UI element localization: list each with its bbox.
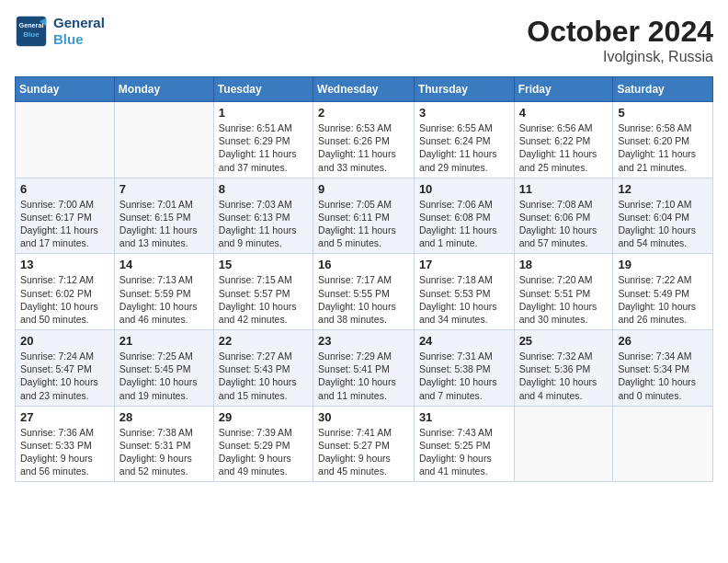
day-number: 20 [20,334,109,348]
calendar-cell: 15Sunrise: 7:15 AM Sunset: 5:57 PM Dayli… [213,254,313,330]
day-number: 6 [20,182,109,196]
day-number: 23 [318,334,409,348]
calendar-cell: 19Sunrise: 7:22 AM Sunset: 5:49 PM Dayli… [613,254,713,330]
day-number: 16 [318,258,409,271]
calendar-cell: 4Sunrise: 6:56 AM Sunset: 6:22 PM Daylig… [514,102,613,178]
day-info: Sunrise: 7:10 AM Sunset: 6:04 PM Dayligh… [618,198,708,250]
day-number: 26 [618,334,708,348]
day-number: 2 [318,106,409,120]
day-info: Sunrise: 7:12 AM Sunset: 6:02 PM Dayligh… [20,273,109,326]
calendar-week-row: 13Sunrise: 7:12 AM Sunset: 6:02 PM Dayli… [16,254,713,330]
day-number: 4 [519,106,609,120]
day-info: Sunrise: 7:32 AM Sunset: 5:36 PM Dayligh… [519,350,609,402]
day-number: 24 [419,334,509,348]
svg-text:Blue: Blue [23,30,40,39]
calendar-cell: 18Sunrise: 7:20 AM Sunset: 5:51 PM Dayli… [514,254,613,330]
svg-text:General: General [19,21,44,29]
title-block: October 2024 Ivolginsk, Russia [527,15,713,65]
day-info: Sunrise: 7:29 AM Sunset: 5:41 PM Dayligh… [318,350,409,402]
day-number: 3 [419,106,509,120]
calendar-week-row: 6Sunrise: 7:00 AM Sunset: 6:17 PM Daylig… [16,178,713,254]
calendar-table: SundayMondayTuesdayWednesdayThursdayFrid… [15,76,713,482]
calendar-cell: 24Sunrise: 7:31 AM Sunset: 5:38 PM Dayli… [414,330,514,407]
day-info: Sunrise: 7:00 AM Sunset: 6:17 PM Dayligh… [20,198,109,250]
logo-text: General Blue [53,15,105,48]
location: Ivolginsk, Russia [527,49,713,65]
calendar-week-row: 20Sunrise: 7:24 AM Sunset: 5:47 PM Dayli… [16,330,713,407]
calendar-cell [514,406,613,482]
weekday-header: Tuesday [213,77,313,102]
weekday-header: Friday [514,77,613,102]
weekday-header: Sunday [16,77,115,102]
day-number: 7 [119,182,209,196]
calendar-cell: 14Sunrise: 7:13 AM Sunset: 5:59 PM Dayli… [114,254,213,330]
calendar-week-row: 1Sunrise: 6:51 AM Sunset: 6:29 PM Daylig… [16,102,713,178]
day-number: 15 [219,258,308,271]
day-number: 31 [419,410,509,424]
page-header: General Blue General Blue October 2024 I… [15,15,713,65]
calendar-week-row: 27Sunrise: 7:36 AM Sunset: 5:33 PM Dayli… [16,406,713,482]
day-info: Sunrise: 6:56 AM Sunset: 6:22 PM Dayligh… [519,121,609,174]
day-number: 10 [419,182,509,196]
calendar-cell: 6Sunrise: 7:00 AM Sunset: 6:17 PM Daylig… [16,178,115,254]
calendar-cell [613,406,713,482]
calendar-cell: 30Sunrise: 7:41 AM Sunset: 5:27 PM Dayli… [313,406,415,482]
day-info: Sunrise: 6:55 AM Sunset: 6:24 PM Dayligh… [419,121,509,174]
day-number: 28 [119,410,209,424]
day-number: 21 [119,334,209,348]
day-number: 27 [20,410,109,424]
day-info: Sunrise: 7:01 AM Sunset: 6:15 PM Dayligh… [119,198,209,250]
weekday-header: Thursday [414,77,514,102]
calendar-cell: 22Sunrise: 7:27 AM Sunset: 5:43 PM Dayli… [213,330,313,407]
day-number: 22 [219,334,308,348]
calendar-cell: 3Sunrise: 6:55 AM Sunset: 6:24 PM Daylig… [414,102,514,178]
day-number: 29 [219,410,308,424]
day-info: Sunrise: 7:15 AM Sunset: 5:57 PM Dayligh… [219,273,308,326]
day-number: 8 [219,182,308,196]
calendar-cell: 8Sunrise: 7:03 AM Sunset: 6:13 PM Daylig… [213,178,313,254]
calendar-cell: 26Sunrise: 7:34 AM Sunset: 5:34 PM Dayli… [613,330,713,407]
weekday-header: Saturday [613,77,713,102]
calendar-cell: 31Sunrise: 7:43 AM Sunset: 5:25 PM Dayli… [414,406,514,482]
calendar-cell: 13Sunrise: 7:12 AM Sunset: 6:02 PM Dayli… [16,254,115,330]
day-number: 13 [20,258,109,271]
calendar-cell: 25Sunrise: 7:32 AM Sunset: 5:36 PM Dayli… [514,330,613,407]
day-number: 17 [419,258,509,271]
day-info: Sunrise: 7:06 AM Sunset: 6:08 PM Dayligh… [419,198,509,250]
day-info: Sunrise: 7:31 AM Sunset: 5:38 PM Dayligh… [419,350,509,402]
day-number: 11 [519,182,609,196]
weekday-header: Wednesday [313,77,415,102]
day-number: 12 [618,182,708,196]
calendar-cell: 2Sunrise: 6:53 AM Sunset: 6:26 PM Daylig… [313,102,415,178]
day-info: Sunrise: 6:58 AM Sunset: 6:20 PM Dayligh… [618,121,708,174]
calendar-cell: 11Sunrise: 7:08 AM Sunset: 6:06 PM Dayli… [514,178,613,254]
day-number: 18 [519,258,609,271]
calendar-cell: 28Sunrise: 7:38 AM Sunset: 5:31 PM Dayli… [114,406,213,482]
calendar-cell: 17Sunrise: 7:18 AM Sunset: 5:53 PM Dayli… [414,254,514,330]
calendar-cell: 21Sunrise: 7:25 AM Sunset: 5:45 PM Dayli… [114,330,213,407]
day-info: Sunrise: 7:22 AM Sunset: 5:49 PM Dayligh… [618,273,708,326]
day-number: 19 [618,258,708,271]
day-number: 14 [119,258,209,271]
calendar-cell: 12Sunrise: 7:10 AM Sunset: 6:04 PM Dayli… [613,178,713,254]
logo-icon: General Blue [15,15,48,48]
calendar-cell: 23Sunrise: 7:29 AM Sunset: 5:41 PM Dayli… [313,330,415,407]
day-info: Sunrise: 7:17 AM Sunset: 5:55 PM Dayligh… [318,273,409,326]
day-info: Sunrise: 7:38 AM Sunset: 5:31 PM Dayligh… [119,426,209,478]
calendar-cell: 27Sunrise: 7:36 AM Sunset: 5:33 PM Dayli… [16,406,115,482]
logo: General Blue General Blue [15,15,105,48]
day-info: Sunrise: 7:08 AM Sunset: 6:06 PM Dayligh… [519,198,609,250]
weekday-header-row: SundayMondayTuesdayWednesdayThursdayFrid… [16,77,713,102]
day-number: 5 [618,106,708,120]
day-info: Sunrise: 7:18 AM Sunset: 5:53 PM Dayligh… [419,273,509,326]
calendar-cell: 10Sunrise: 7:06 AM Sunset: 6:08 PM Dayli… [414,178,514,254]
day-info: Sunrise: 7:13 AM Sunset: 5:59 PM Dayligh… [119,273,209,326]
day-info: Sunrise: 7:39 AM Sunset: 5:29 PM Dayligh… [219,426,308,478]
calendar-cell [16,102,115,178]
day-info: Sunrise: 7:24 AM Sunset: 5:47 PM Dayligh… [20,350,109,402]
day-info: Sunrise: 7:41 AM Sunset: 5:27 PM Dayligh… [318,426,409,478]
day-info: Sunrise: 7:34 AM Sunset: 5:34 PM Dayligh… [618,350,708,402]
calendar-cell: 16Sunrise: 7:17 AM Sunset: 5:55 PM Dayli… [313,254,415,330]
day-number: 30 [318,410,409,424]
day-info: Sunrise: 7:25 AM Sunset: 5:45 PM Dayligh… [119,350,209,402]
